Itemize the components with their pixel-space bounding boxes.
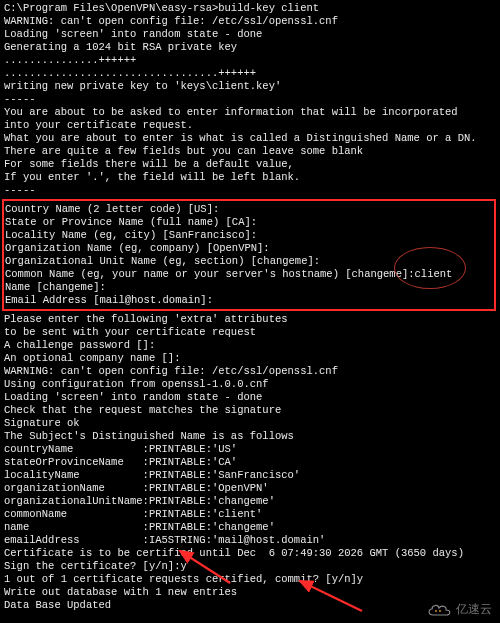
output-before-box: WARNING: can't open config file: /etc/ss… bbox=[4, 15, 496, 197]
terminal-line: ----- bbox=[4, 93, 496, 106]
terminal-line: to be sent with your certificate request bbox=[4, 326, 496, 339]
terminal-line: into your certificate request. bbox=[4, 119, 496, 132]
terminal-line: There are quite a few fields but you can… bbox=[4, 145, 496, 158]
terminal-line: 1 out of 1 certificate requests certifie… bbox=[4, 573, 496, 586]
terminal-line: For some fields there will be a default … bbox=[4, 158, 496, 171]
terminal-line: ...............++++++ bbox=[4, 54, 496, 67]
dn-prompt-line: Name [changeme]: bbox=[5, 281, 493, 294]
prompt-line: C:\Program Files\OpenVPN\easy-rsa>build-… bbox=[4, 2, 496, 15]
watermark-text: 亿速云 bbox=[456, 603, 492, 616]
dn-prompt-line: Common Name (eg, your name or your serve… bbox=[5, 268, 493, 281]
terminal-line: localityName :PRINTABLE:'SanFrancisco' bbox=[4, 469, 496, 482]
dn-prompt-line: Locality Name (eg, city) [SanFrancisco]: bbox=[5, 229, 493, 242]
terminal-line: writing new private key to 'keys\client.… bbox=[4, 80, 496, 93]
terminal-line: A challenge password []: bbox=[4, 339, 496, 352]
highlight-box: Country Name (2 letter code) [US]:State … bbox=[2, 199, 496, 311]
terminal-line: organizationName :PRINTABLE:'OpenVPN' bbox=[4, 482, 496, 495]
terminal-line: WARNING: can't open config file: /etc/ss… bbox=[4, 15, 496, 28]
terminal-line: Check that the request matches the signa… bbox=[4, 404, 496, 417]
dn-prompt-line: Country Name (2 letter code) [US]: bbox=[5, 203, 493, 216]
watermark: 亿速云 bbox=[426, 601, 492, 617]
terminal-line: ----- bbox=[4, 184, 496, 197]
terminal-output: C:\Program Files\OpenVPN\easy-rsa>build-… bbox=[4, 2, 496, 612]
terminal-line: The Subject's Distinguished Name is as f… bbox=[4, 430, 496, 443]
dn-prompt-line: State or Province Name (full name) [CA]: bbox=[5, 216, 493, 229]
dn-prompt-line: Organization Name (eg, company) [OpenVPN… bbox=[5, 242, 493, 255]
terminal-line: Using configuration from openssl-1.0.0.c… bbox=[4, 378, 496, 391]
terminal-line: countryName :PRINTABLE:'US' bbox=[4, 443, 496, 456]
distinguished-name-prompts: Country Name (2 letter code) [US]:State … bbox=[5, 203, 493, 307]
terminal-line: Generating a 1024 bit RSA private key bbox=[4, 41, 496, 54]
output-after-box: Please enter the following 'extra' attri… bbox=[4, 313, 496, 612]
terminal-line: Loading 'screen' into random state - don… bbox=[4, 28, 496, 41]
terminal-line: name :PRINTABLE:'changeme' bbox=[4, 521, 496, 534]
terminal-line: Please enter the following 'extra' attri… bbox=[4, 313, 496, 326]
terminal-line: An optional company name []: bbox=[4, 352, 496, 365]
terminal-line: Sign the certificate? [y/n]:y bbox=[4, 560, 496, 573]
terminal-line: Certificate is to be certified until Dec… bbox=[4, 547, 496, 560]
terminal-line: stateOrProvinceName :PRINTABLE:'CA' bbox=[4, 456, 496, 469]
terminal-line: Loading 'screen' into random state - don… bbox=[4, 391, 496, 404]
terminal-line: If you enter '.', the field will be left… bbox=[4, 171, 496, 184]
svg-point-1 bbox=[439, 610, 441, 612]
terminal-line: What you are about to enter is what is c… bbox=[4, 132, 496, 145]
terminal-line: Data Base Updated bbox=[4, 599, 496, 612]
terminal-line: organizationalUnitName:PRINTABLE:'change… bbox=[4, 495, 496, 508]
terminal-line: commonName :PRINTABLE:'client' bbox=[4, 508, 496, 521]
terminal-line: WARNING: can't open config file: /etc/ss… bbox=[4, 365, 496, 378]
cloud-icon bbox=[426, 601, 452, 617]
dn-prompt-line: Email Address [mail@host.domain]: bbox=[5, 294, 493, 307]
terminal-line: Write out database with 1 new entries bbox=[4, 586, 496, 599]
terminal-line: You are about to be asked to enter infor… bbox=[4, 106, 496, 119]
terminal-line: emailAddress :IA5STRING:'mail@host.domai… bbox=[4, 534, 496, 547]
svg-point-0 bbox=[435, 610, 437, 612]
terminal-line: ..................................++++++ bbox=[4, 67, 496, 80]
dn-prompt-line: Organizational Unit Name (eg, section) [… bbox=[5, 255, 493, 268]
terminal-line: Signature ok bbox=[4, 417, 496, 430]
